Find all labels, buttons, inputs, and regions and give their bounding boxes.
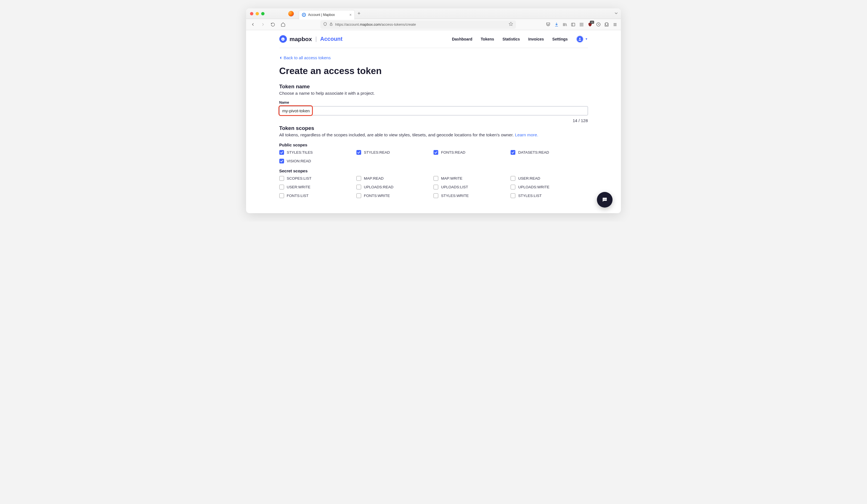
scope-checkbox[interactable] <box>356 150 361 155</box>
pocket-icon[interactable] <box>546 22 550 27</box>
list-all-tabs-button[interactable] <box>614 11 618 16</box>
scope-item: VISION:READ <box>279 159 356 163</box>
firefox-icon <box>288 11 294 17</box>
scope-item: DATASETS:READ <box>511 150 588 155</box>
caret-down-icon: ▼ <box>585 37 588 41</box>
scope-label: USER:READ <box>518 176 540 181</box>
public-scopes-heading: Public scopes <box>279 142 588 147</box>
svg-rect-3 <box>581 23 582 24</box>
scope-label: USER:WRITE <box>287 185 311 189</box>
nav-item-dashboard[interactable]: Dashboard <box>452 37 472 41</box>
scope-checkbox[interactable] <box>279 150 284 155</box>
nav-item-settings[interactable]: Settings <box>552 37 568 41</box>
scope-label: VISION:READ <box>287 159 311 163</box>
permissions-icon[interactable] <box>596 22 601 27</box>
nav-item-tokens[interactable]: Tokens <box>481 37 494 41</box>
learn-more-link[interactable]: Learn more. <box>515 132 538 137</box>
chat-fab-button[interactable] <box>597 192 612 207</box>
scope-checkbox[interactable] <box>511 150 515 155</box>
scope-checkbox[interactable] <box>434 176 438 181</box>
name-label: Name <box>279 100 588 105</box>
scope-item: USER:WRITE <box>279 185 356 190</box>
scope-item: STYLES:READ <box>356 150 434 155</box>
back-link-text: Back to all access tokens <box>284 55 331 60</box>
logo-group[interactable]: mapbox | Account <box>279 35 343 43</box>
scope-item: UPLOADS:WRITE <box>511 185 588 190</box>
scope-checkbox[interactable] <box>434 185 438 190</box>
page-content-scroll[interactable]: mapbox | Account Dashboard Tokens Statis… <box>246 30 621 213</box>
library-icon[interactable] <box>562 22 567 27</box>
sidebar-icon[interactable] <box>571 22 576 27</box>
reload-button[interactable] <box>269 21 276 28</box>
scope-label: STYLES:WRITE <box>441 194 469 198</box>
lock-icon <box>329 22 333 27</box>
token-name-sub: Choose a name to help associate it with … <box>279 91 588 96</box>
scope-checkbox[interactable] <box>511 193 515 198</box>
menu-button[interactable] <box>612 22 618 27</box>
scope-label: MAP:READ <box>364 176 384 181</box>
svg-rect-1 <box>571 23 575 26</box>
scope-label: SCOPES:LIST <box>287 176 312 181</box>
grid-icon[interactable] <box>579 22 584 27</box>
scope-label: FONTS:READ <box>441 150 465 154</box>
scope-label: STYLES:READ <box>364 150 390 154</box>
scope-checkbox[interactable] <box>511 176 515 181</box>
ublock-icon[interactable]: 10 <box>587 22 592 27</box>
token-name-heading: Token name <box>279 84 588 90</box>
tab-title: Account | Mapbox <box>308 13 335 17</box>
site-topbar: mapbox | Account Dashboard Tokens Statis… <box>279 30 588 48</box>
scopes-heading: Token scopes <box>279 125 588 131</box>
scope-item: USER:READ <box>511 176 588 181</box>
scope-checkbox[interactable] <box>356 176 361 181</box>
scope-checkbox[interactable] <box>434 193 438 198</box>
scope-checkbox[interactable] <box>434 150 438 155</box>
scope-checkbox[interactable] <box>279 193 284 198</box>
close-window-button[interactable] <box>250 12 253 15</box>
scope-label: UPLOADS:READ <box>364 185 394 189</box>
scope-label: STYLES:LIST <box>518 194 542 198</box>
bookmark-star-button[interactable] <box>509 22 513 28</box>
minimize-window-button[interactable] <box>256 12 259 15</box>
svg-rect-4 <box>582 23 583 24</box>
nav-item-statistics[interactable]: Statistics <box>503 37 520 41</box>
scope-checkbox[interactable] <box>511 185 515 190</box>
maximize-window-button[interactable] <box>261 12 265 15</box>
toolbar-right-icons: 10 <box>546 22 618 27</box>
svg-point-12 <box>579 38 580 39</box>
browser-tab[interactable]: Account | Mapbox × <box>299 10 355 20</box>
name-input-wrap <box>279 106 588 115</box>
svg-rect-7 <box>582 24 583 25</box>
scope-label: UPLOADS:WRITE <box>518 185 549 189</box>
scope-checkbox[interactable] <box>356 185 361 190</box>
svg-rect-2 <box>580 23 581 24</box>
window-titlebar: Account | Mapbox × + <box>246 8 621 19</box>
browser-toolbar: https://account.mapbox.com/access-tokens… <box>246 19 621 30</box>
scope-label: MAP:WRITE <box>441 176 462 181</box>
main-column: Back to all access tokens Create an acce… <box>279 48 588 198</box>
account-menu[interactable]: ▼ <box>576 35 588 43</box>
downloads-icon[interactable] <box>554 22 559 27</box>
svg-rect-9 <box>581 25 582 26</box>
new-tab-button[interactable]: + <box>357 11 361 17</box>
scope-checkbox[interactable] <box>279 185 284 190</box>
scope-item: UPLOADS:LIST <box>434 185 511 190</box>
name-input[interactable] <box>279 106 588 115</box>
scope-item: FONTS:READ <box>434 150 511 155</box>
scope-item: FONTS:WRITE <box>356 193 434 198</box>
forward-button[interactable] <box>259 21 266 28</box>
svg-rect-0 <box>330 24 332 25</box>
nav-item-invoices[interactable]: Invoices <box>528 37 544 41</box>
public-scopes-grid: STYLES:TILESSTYLES:READFONTS:READDATASET… <box>279 150 588 163</box>
back-button[interactable] <box>249 21 256 28</box>
scope-label: FONTS:LIST <box>287 194 309 198</box>
scope-label: DATASETS:READ <box>518 150 549 154</box>
scope-checkbox[interactable] <box>279 176 284 181</box>
scope-checkbox[interactable] <box>279 159 284 163</box>
home-button[interactable] <box>280 21 286 28</box>
back-link[interactable]: Back to all access tokens <box>279 55 331 60</box>
extensions-icon[interactable] <box>604 22 609 27</box>
address-bar[interactable]: https://account.mapbox.com/access-tokens… <box>320 20 516 29</box>
close-tab-button[interactable]: × <box>350 13 352 17</box>
scope-checkbox[interactable] <box>356 193 361 198</box>
scope-item: MAP:READ <box>356 176 434 181</box>
